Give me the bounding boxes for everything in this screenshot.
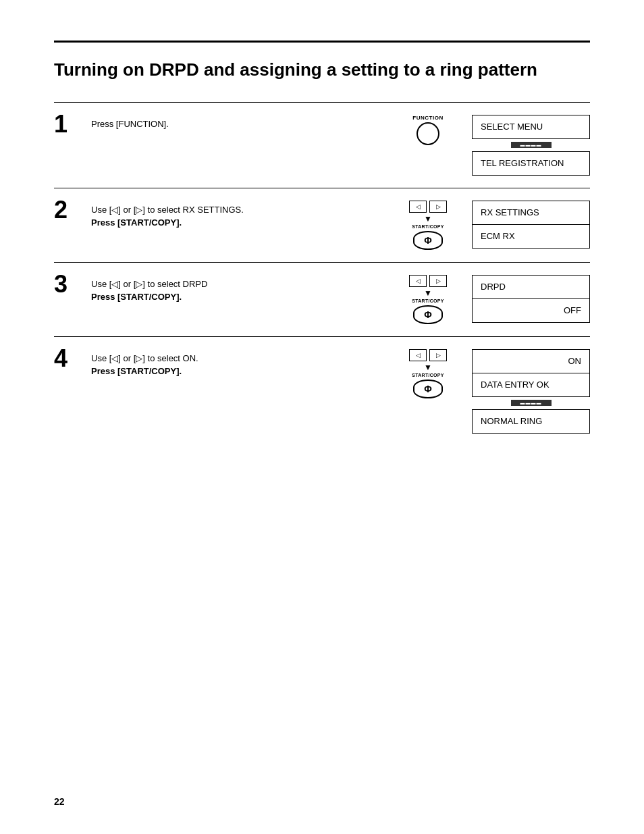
top-rule [54,41,590,43]
step-2-icon: ▼ START/COPY Φ [384,201,472,250]
nav-down-2: ▼ [424,215,432,223]
page: Turning on DRPD and assigning a setting … [0,0,644,834]
step-3-icon: ▼ START/COPY Φ [384,275,472,324]
step-1-main: Press [FUNCTION]. [91,118,384,131]
step-1-icon: FUNCTION [384,115,472,145]
nav-arrows-3 [409,275,447,287]
lcd-tel-registration: TEL REGISTRATION [472,151,590,176]
lcd-select-menu: SELECT MENU [472,115,590,139]
start-button-4: Φ [413,380,443,398]
arrow-left-2 [416,203,421,210]
step-3-display: DRPD OFF [472,275,590,323]
step-2-text: Use [◁] or [▷] to select RX SETTINGS. Pr… [91,201,384,230]
step-4-main: Use [◁] or [▷] to select ON. [91,352,384,365]
tape-4: ▬▬▬▬ [511,400,552,406]
function-icon: FUNCTION [412,115,443,145]
step-2: 2 Use [◁] or [▷] to select RX SETTINGS. … [54,188,590,262]
step-1-content: Press [FUNCTION]. FUNCTION SELECT MENU ▬… [91,115,590,176]
step-4: 4 Use [◁] or [▷] to select ON. Press [ST… [54,336,590,446]
step-4-content: Use [◁] or [▷] to select ON. Press [STAR… [91,349,590,434]
nav-left-3 [409,275,427,287]
step-3-text: Use [◁] or [▷] to select DRPD Press [STA… [91,275,384,304]
tape-connector-4: ▬▬▬▬ [472,397,590,409]
step-2-number: 2 [54,198,91,222]
step-4-display: ON DATA ENTRY OK ▬▬▬▬ NORMAL RING [472,349,590,434]
step-3-main: Use [◁] or [▷] to select DRPD [91,278,384,291]
step-4-sub: Press [START/COPY]. [91,365,384,378]
start-label-2: START/COPY [412,224,444,229]
nav-arrows-4 [409,349,447,361]
nav-icon-3: ▼ START/COPY Φ [409,275,447,324]
nav-down-3: ▼ [424,289,432,297]
step-2-sub: Press [START/COPY]. [91,216,384,230]
arrow-right-4 [436,351,441,359]
steps-container: 1 Press [FUNCTION]. FUNCTION SELECT MENU [54,102,590,446]
lcd-drpd: DRPD [472,275,590,299]
nav-right-2 [429,201,447,213]
step-3-sub: Press [START/COPY]. [91,290,384,304]
func-button [417,122,439,145]
lcd-rx-settings: RX SETTINGS [472,201,590,225]
step-4-icon: ▼ START/COPY Φ [384,349,472,398]
step-3-number: 3 [54,272,91,296]
step-1-display: SELECT MENU ▬▬▬▬ TEL REGISTRATION [472,115,590,176]
step-4-number: 4 [54,346,91,371]
step-2-content: Use [◁] or [▷] to select RX SETTINGS. Pr… [91,201,590,250]
tape-connector-1: ▬▬▬▬ [472,139,590,151]
arrow-left-3 [416,277,421,284]
step-3-content: Use [◁] or [▷] to select DRPD Press [STA… [91,275,590,324]
nav-left-4 [409,349,427,361]
step-3: 3 Use [◁] or [▷] to select DRPD Press [S… [54,262,590,336]
nav-left-2 [409,201,427,213]
arrow-right-3 [436,277,441,284]
nav-right-4 [429,349,447,361]
nav-icon-4: ▼ START/COPY Φ [409,349,447,398]
lcd-on: ON [472,349,590,373]
tape-1: ▬▬▬▬ [511,142,552,148]
step-1: 1 Press [FUNCTION]. FUNCTION SELECT MENU [54,102,590,188]
start-label-4: START/COPY [412,373,444,377]
step-2-main: Use [◁] or [▷] to select RX SETTINGS. [91,203,384,217]
start-button-3: Φ [413,305,443,324]
start-button-2: Φ [413,231,443,250]
nav-arrows-2 [409,201,447,213]
lcd-data-entry-ok: DATA ENTRY OK [472,373,590,397]
page-number: 22 [54,796,65,807]
lcd-normal-ring: NORMAL RING [472,409,590,434]
start-label-3: START/COPY [412,298,444,303]
step-4-text: Use [◁] or [▷] to select ON. Press [STAR… [91,349,384,378]
lcd-ecm-rx: ECM RX [472,224,590,249]
page-title: Turning on DRPD and assigning a setting … [54,59,590,82]
nav-down-4: ▼ [424,363,432,371]
step-1-text: Press [FUNCTION]. [91,115,384,131]
step-1-number: 1 [54,112,91,136]
nav-right-3 [429,275,447,287]
func-label: FUNCTION [412,115,443,121]
lcd-off: OFF [472,298,590,323]
step-2-display: RX SETTINGS ECM RX [472,201,590,249]
arrow-left-4 [416,351,421,359]
nav-icon-2: ▼ START/COPY Φ [409,201,447,250]
arrow-right-2 [436,203,441,210]
